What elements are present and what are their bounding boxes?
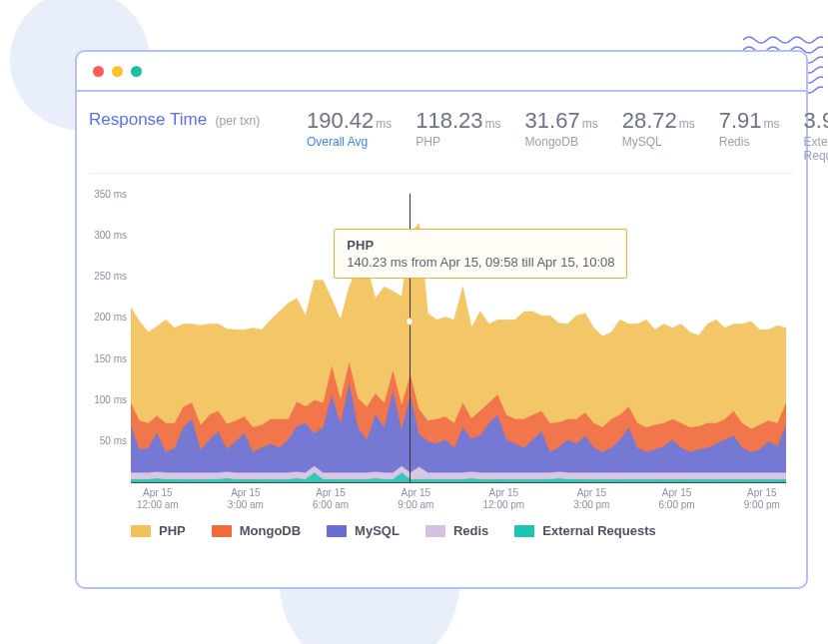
legend-label: PHP — [159, 523, 186, 538]
close-icon[interactable] — [93, 66, 104, 77]
stat-redis: 7.91msRedis — [719, 110, 780, 163]
stat-value: 190.42 — [307, 108, 374, 133]
title-main: Response Time — [89, 110, 207, 129]
stat-label: Overall Avg — [307, 135, 392, 149]
x-axis-ticks: Apr 1512:00 amApr 153:00 amApr 156:00 am… — [131, 483, 786, 511]
minimize-icon[interactable] — [112, 66, 123, 77]
stat-label: External Requests — [804, 135, 828, 163]
legend-label: MySQL — [355, 523, 400, 538]
legend-swatch — [425, 525, 445, 537]
title-sub: (per txn) — [216, 114, 261, 128]
x-tick: Apr 159:00 pm — [744, 487, 780, 511]
legend-swatch — [131, 525, 151, 537]
stat-label: MongoDB — [525, 135, 598, 149]
legend-swatch — [212, 525, 232, 537]
stat-label: PHP — [415, 135, 500, 149]
x-tick: Apr 1512:00 am — [137, 487, 179, 511]
stat-external-requests: 3.9External Requests — [804, 110, 828, 163]
y-tick: 150 ms — [94, 352, 127, 363]
stat-unit: ms — [485, 117, 501, 131]
legend-swatch — [327, 525, 347, 537]
stat-unit: ms — [764, 117, 780, 131]
legend-item-redis[interactable]: Redis — [425, 523, 488, 538]
stat-unit: ms — [582, 117, 598, 131]
stat-mysql: 28.72msMySQL — [622, 110, 695, 163]
y-tick: 350 ms — [94, 189, 127, 200]
legend-item-external-requests[interactable]: External Requests — [514, 523, 655, 538]
legend-label: MongoDB — [240, 523, 301, 538]
stat-overall-avg: 190.42msOverall Avg — [307, 110, 392, 163]
legend-item-mysql[interactable]: MySQL — [327, 523, 400, 538]
chart-plot[interactable]: PHP 140.23 ms from Apr 15, 09:58 till Ap… — [131, 194, 786, 483]
stat-value: 118.23 — [415, 108, 482, 133]
chart-tooltip: PHP 140.23 ms from Apr 15, 09:58 till Ap… — [334, 229, 627, 279]
y-tick: 200 ms — [94, 312, 127, 322]
maximize-icon[interactable] — [131, 66, 142, 77]
stat-label: MySQL — [622, 135, 695, 149]
chart-area[interactable]: 350 ms300 ms250 ms200 ms150 ms100 ms50 m… — [89, 174, 794, 511]
legend-item-php[interactable]: PHP — [131, 523, 186, 538]
legend-swatch — [514, 525, 534, 537]
stat-unit: ms — [376, 117, 392, 131]
stat-unit: ms — [679, 117, 695, 131]
stat-label: Redis — [719, 135, 780, 149]
x-tick: Apr 156:00 pm — [659, 487, 695, 511]
x-tick: Apr 1512:00 pm — [483, 487, 525, 511]
window-titlebar — [77, 52, 806, 92]
chart-window: Response Time (per txn) 190.42msOverall … — [75, 50, 808, 589]
y-tick: 300 ms — [94, 230, 127, 241]
y-tick: 250 ms — [94, 271, 127, 282]
y-tick: 100 ms — [94, 393, 127, 404]
stat-value: 3.9 — [804, 108, 828, 133]
tooltip-body: 140.23 ms from Apr 15, 09:58 till Apr 15… — [347, 255, 614, 270]
legend-item-mongodb[interactable]: MongoDB — [212, 523, 301, 538]
tooltip-title: PHP — [347, 238, 614, 253]
legend-label: Redis — [453, 523, 488, 538]
chart-legend: PHPMongoDBMySQLRedisExternal Requests — [89, 511, 794, 538]
stat-value: 7.91 — [719, 108, 762, 133]
x-tick: Apr 156:00 am — [313, 487, 349, 511]
legend-label: External Requests — [542, 523, 655, 538]
y-axis-ticks: 350 ms300 ms250 ms200 ms150 ms100 ms50 m… — [89, 194, 131, 481]
x-tick: Apr 153:00 pm — [573, 487, 609, 511]
y-tick: 50 ms — [100, 434, 127, 445]
stat-value: 31.67 — [525, 108, 580, 133]
x-tick: Apr 159:00 am — [398, 487, 433, 511]
stat-mongodb: 31.67msMongoDB — [525, 110, 598, 163]
stat-php: 118.23msPHP — [415, 110, 500, 163]
x-tick: Apr 153:00 am — [228, 487, 264, 511]
stat-value: 28.72 — [622, 108, 677, 133]
page-title: Response Time (per txn) — [89, 110, 289, 130]
